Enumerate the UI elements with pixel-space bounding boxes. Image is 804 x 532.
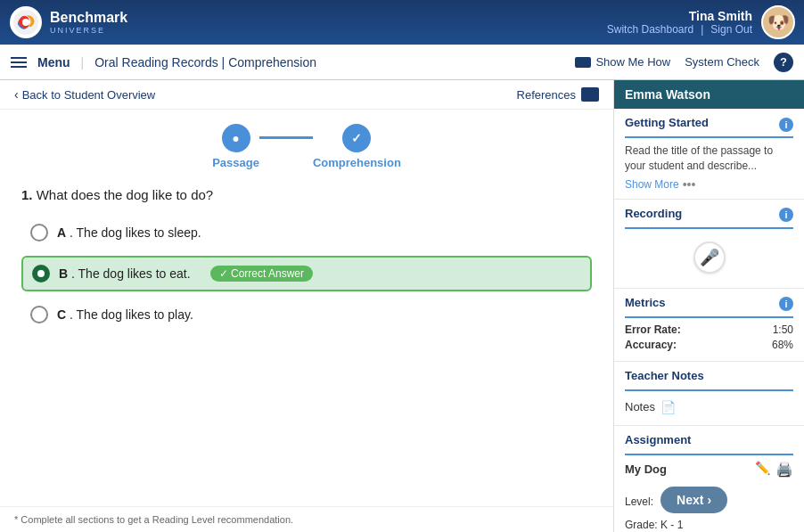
recording-info-icon[interactable]: i [779,208,793,222]
question-number: 1. [21,187,33,202]
navbar-right: Show Me How System Check ? [575,53,793,72]
app-header: Benchmark UNIVERSE Tina Smith Switch Das… [0,0,804,45]
steps-bar: ● Passage ✓ Comprehension [0,110,613,176]
error-rate-value: 1:50 [773,323,793,336]
grade-value: K - 1 [660,519,683,531]
help-icon[interactable]: ? [774,53,793,72]
step-passage-circle: ● [222,124,250,152]
benchmark-logo [9,5,43,39]
switch-dashboard-link[interactable]: Switch Dashboard [607,23,693,36]
question-area: 1. What does the dog like to do? A . The… [0,176,613,506]
step-passage-dot: ● [232,131,239,145]
references-icon [581,87,599,102]
link-divider: | [701,23,703,36]
accuracy-label: Accuracy: [625,339,677,351]
metrics-title-bar: Metrics i [625,296,793,318]
accuracy-value: 68% [772,339,793,351]
menu-label[interactable]: Menu [37,55,70,70]
right-panel: Emma Watson Getting Started i Read the t… [614,80,804,532]
next-button[interactable]: Next › [660,487,727,513]
svg-point-2 [22,19,29,26]
microphone-icon: 🎤 [700,248,719,267]
show-me-how-btn[interactable]: Show Me How [575,55,670,69]
answer-option-c[interactable]: C . The dog likes to play. [21,299,592,331]
teacher-notes-section: Teacher Notes Notes 📄 [614,362,804,426]
step-comprehension-circle: ✓ [342,124,371,152]
hamburger-line-1 [11,57,27,59]
header-right-section: Tina Smith Switch Dashboard | Sign Out 🐶 [607,5,795,39]
next-chevron-icon: › [707,493,711,507]
show-more-dots: ••• [683,177,696,192]
hamburger-menu[interactable] [11,57,27,68]
metrics-section: Metrics i Error Rate: 1:50 Accuracy: 68% [614,289,804,362]
breadcrumb: Oral Reading Records | Comprehension [94,55,316,70]
step-comprehension[interactable]: ✓ Comprehension [313,124,401,169]
back-arrow-icon: ‹ [14,87,19,102]
navbar: Menu | Oral Reading Records | Comprehens… [0,45,804,80]
answer-option-b[interactable]: B . The dog likes to eat. ✓ Correct Answ… [21,256,592,291]
assignment-icons: ✏️ 🖨️ [755,461,793,478]
mic-button[interactable]: 🎤 [693,241,726,274]
assignment-section: Assignment My Dog ✏️ 🖨️ Level: Next › Gr… [614,426,804,532]
recording-title-bar: Recording i [625,207,793,229]
references-button[interactable]: References [517,87,599,102]
level-next-row: Level: Next › [625,483,793,517]
main-layout: ‹ Back to Student Overview References ● … [0,80,804,532]
assignment-title-bar: Assignment [625,433,793,455]
error-rate-row: Error Rate: 1:50 [625,323,793,336]
teacher-notes-title: Teacher Notes [625,369,704,382]
logo-brand: Benchmark [50,10,127,26]
metrics-title: Metrics [625,296,666,309]
hamburger-line-3 [11,66,27,68]
show-more-button[interactable]: Show More ••• [625,177,793,192]
getting-started-title-bar: Getting Started i [625,116,793,138]
avatar: 🐶 [761,5,795,39]
level-label: Level: [625,495,653,508]
accuracy-row: Accuracy: 68% [625,339,793,351]
question-text: 1. What does the dog like to do? [21,187,592,202]
answer-c-letter: C [57,307,66,322]
step-passage[interactable]: ● Passage [212,124,259,169]
recording-section: Recording i 🎤 [614,200,804,289]
error-rate-label: Error Rate: [625,323,681,336]
answer-b-text: B . The dog likes to eat. [59,266,191,281]
hamburger-line-2 [11,61,27,63]
radio-b [32,265,50,282]
getting-started-info-icon[interactable]: i [779,118,793,132]
content-area: ‹ Back to Student Overview References ● … [0,80,614,532]
answer-a-letter: A [57,225,66,240]
question-body: What does the dog like to do? [37,187,213,202]
header-logo-section: Benchmark UNIVERSE [9,5,127,39]
sign-out-link[interactable]: Sign Out [710,23,752,36]
edit-icon[interactable]: ✏️ [755,461,770,478]
getting-started-section: Getting Started i Read the title of the … [614,109,804,200]
recording-title: Recording [625,207,682,220]
notes-file-icon: 📄 [660,400,676,414]
radio-b-inner [37,270,45,277]
back-bar: ‹ Back to Student Overview References [0,80,613,110]
answer-option-a[interactable]: A . The dog likes to sleep. [21,217,592,249]
system-check-btn[interactable]: System Check [685,55,759,69]
notes-label: Notes [625,400,655,413]
back-to-overview-link[interactable]: ‹ Back to Student Overview [14,87,155,102]
user-links: Switch Dashboard | Sign Out [607,23,752,36]
logo-text-block: Benchmark UNIVERSE [50,10,127,35]
user-name: Tina Smith [607,9,752,23]
correct-answer-badge: ✓ Correct Answer [210,266,313,282]
radio-a [30,224,48,241]
nav-divider: | [81,55,85,70]
assignment-name: My Dog [625,462,667,476]
step-comprehension-label: Comprehension [313,156,401,169]
assignment-name-row: My Dog ✏️ 🖨️ [625,461,793,478]
grade-label: Grade: [625,519,658,531]
metrics-info-icon[interactable]: i [779,297,793,311]
print-icon[interactable]: 🖨️ [775,461,793,478]
logo-sub: UNIVERSE [50,26,127,35]
student-name-header: Emma Watson [614,80,804,109]
step-connector [259,136,313,139]
mic-container: 🎤 [625,234,793,281]
notes-row[interactable]: Notes 📄 [625,397,793,418]
grade-row: Grade: K - 1 [625,519,793,531]
video-icon [575,57,591,68]
radio-c [30,306,48,323]
